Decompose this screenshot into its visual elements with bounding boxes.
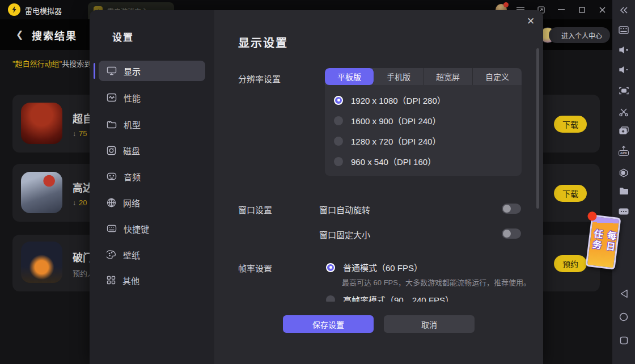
- game-icon: [21, 103, 62, 144]
- settings-menu-other[interactable]: 其他: [99, 270, 205, 290]
- resolution-option-label: 960 x 540（DPI 160）: [351, 155, 436, 167]
- resolution-option[interactable]: 960 x 540（DPI 160）: [334, 155, 436, 167]
- tab-tablet[interactable]: 平板版: [325, 68, 374, 85]
- settings-menu-disk[interactable]: 磁盘: [99, 140, 205, 160]
- settings-page-title: 显示设置: [238, 34, 288, 50]
- close-window-icon[interactable]: [595, 3, 609, 16]
- radio-selected-icon[interactable]: [326, 263, 335, 272]
- back-chevron-icon[interactable]: ❮: [16, 29, 23, 40]
- framerate-option-normal[interactable]: 普通模式（60 FPS）: [326, 261, 422, 273]
- settings-menu-performance[interactable]: 性能: [99, 87, 205, 108]
- nav-home-icon[interactable]: [617, 310, 630, 324]
- search-summary: "超自然行动组"共搜索到: [12, 58, 90, 69]
- resolution-option-label: 1920 x 1080（DPI 280）: [351, 94, 446, 106]
- collapse-icon[interactable]: [617, 3, 630, 17]
- profile-center-button[interactable]: 进入个人中心: [549, 27, 610, 43]
- minimize-icon[interactable]: [554, 3, 568, 16]
- globe-icon: [107, 198, 116, 208]
- fixed-size-label: 窗口固定大小: [319, 228, 370, 240]
- window-section-label: 窗口设置: [238, 204, 272, 215]
- framerate-option-high-clipped[interactable]: 高帧率模式（90、240 FPS）: [325, 291, 529, 302]
- apk-install-label: APK: [619, 150, 629, 156]
- radio-icon[interactable]: [334, 157, 343, 166]
- daily-task-badge[interactable]: 每日任务: [586, 214, 621, 270]
- toggle-knob: [503, 230, 511, 238]
- radio-icon[interactable]: [334, 137, 343, 146]
- settings-menu-device[interactable]: 机型: [99, 114, 205, 134]
- dialog-scrollbar[interactable]: [536, 48, 539, 209]
- monitor-icon: [107, 66, 117, 75]
- settings-menu-label: 显示: [124, 65, 141, 77]
- settings-menu-audio[interactable]: 音频: [99, 166, 205, 187]
- settings-menu-shortcuts[interactable]: 快捷键: [99, 218, 205, 239]
- app-logo-icon: [8, 3, 20, 16]
- game-downloads: ↓75: [73, 129, 87, 138]
- radio-icon[interactable]: [334, 116, 343, 125]
- disk-icon: [107, 146, 116, 155]
- download-button[interactable]: 下载: [554, 116, 587, 133]
- fullscreen-icon[interactable]: [617, 84, 630, 98]
- settings-menu-label: 快捷键: [124, 223, 149, 235]
- apk-install-icon[interactable]: APK: [617, 144, 630, 158]
- new-window-icon[interactable]: [617, 124, 630, 137]
- resolution-option[interactable]: 1600 x 900（DPI 240）: [334, 115, 441, 126]
- tab-ultrawide[interactable]: 超宽屏: [424, 68, 473, 85]
- settings-menu-display[interactable]: 显示: [99, 61, 205, 81]
- toolbar-sidebar: APK: [612, 0, 635, 364]
- search-summary-rest: 共搜索到: [62, 60, 90, 68]
- maximize-icon[interactable]: [575, 3, 589, 16]
- browser-icon[interactable]: [617, 166, 630, 180]
- settings-menu-panel: 设置 显示 性能 机型: [90, 10, 214, 364]
- scissors-icon[interactable]: [617, 105, 630, 119]
- nav-back-icon[interactable]: [617, 287, 630, 300]
- folder-icon[interactable]: [617, 184, 630, 197]
- settings-menu-label: 网络: [123, 197, 140, 209]
- notification-dot: [503, 2, 509, 7]
- fixed-size-toggle[interactable]: [502, 228, 521, 239]
- volume-down-icon[interactable]: [617, 63, 630, 77]
- settings-panel-title: 设置: [112, 29, 134, 44]
- download-count-icon: ↓: [73, 130, 76, 138]
- grid-icon: [107, 276, 116, 285]
- resolution-section-label: 分辨率设置: [238, 73, 281, 84]
- settings-menu-wallpaper[interactable]: 壁纸: [99, 244, 205, 265]
- settings-menu-label: 壁纸: [123, 249, 140, 261]
- settings-menu-network[interactable]: 网络: [99, 192, 205, 213]
- reserve-button[interactable]: 预约: [554, 255, 587, 272]
- device-model-icon: [107, 120, 117, 129]
- resolution-option[interactable]: 1920 x 1080（DPI 280）: [334, 94, 446, 106]
- close-dialog-icon[interactable]: ✕: [524, 15, 537, 27]
- volume-up-icon[interactable]: [617, 43, 630, 57]
- framerate-option-desc: 最高可达 60 FPS，大多数游戏都能流畅运行，推荐使用。: [342, 277, 531, 287]
- keyboard-icon[interactable]: [617, 23, 630, 37]
- save-settings-button[interactable]: 保存设置: [283, 315, 374, 333]
- tab-custom[interactable]: 自定义: [473, 68, 522, 85]
- framerate-section-label: 帧率设置: [238, 262, 272, 274]
- resolution-options-panel: 1920 x 1080（DPI 280） 1600 x 900（DPI 240）…: [325, 85, 522, 176]
- gauge-icon: [107, 93, 117, 102]
- cancel-button[interactable]: 取消: [384, 315, 475, 333]
- ldplayer-window: ❮ 搜索结果 "超自然行动组"共搜索到 超自 ↓75 下载 高达 ↓20 下载 …: [0, 0, 635, 364]
- framerate-option-label: 高帧率模式（90、240 FPS）: [343, 294, 454, 302]
- more-icon[interactable]: [617, 205, 630, 218]
- framerate-option-high[interactable]: 高帧率模式（90、240 FPS）: [326, 294, 454, 302]
- radio-selected-icon[interactable]: [334, 96, 343, 105]
- settings-dialog: 设置 显示 性能 机型: [90, 10, 543, 364]
- tab-phone[interactable]: 手机版: [374, 68, 424, 85]
- auto-rotate-label: 窗口自动旋转: [319, 204, 370, 215]
- download-button[interactable]: 下载: [554, 185, 587, 202]
- resolution-option-label: 1280 x 720（DPI 240）: [351, 135, 441, 147]
- auto-rotate-toggle[interactable]: [502, 204, 521, 214]
- resolution-tabs: 平板版 手机版 超宽屏 自定义: [325, 68, 522, 85]
- nav-recents-icon[interactable]: [617, 333, 630, 347]
- radio-icon[interactable]: [326, 295, 335, 302]
- resolution-option[interactable]: 1280 x 720（DPI 240）: [334, 135, 441, 147]
- shortcut-keyboard-icon: [107, 225, 117, 232]
- settings-menu-label: 磁盘: [123, 145, 140, 156]
- search-keyword: "超自然行动组": [12, 60, 62, 68]
- settings-menu-label: 机型: [124, 118, 141, 130]
- daily-task-label: 每日任务: [589, 228, 619, 256]
- toggle-knob: [503, 205, 511, 213]
- download-count-icon: ↓: [73, 199, 76, 207]
- palette-icon: [107, 250, 116, 259]
